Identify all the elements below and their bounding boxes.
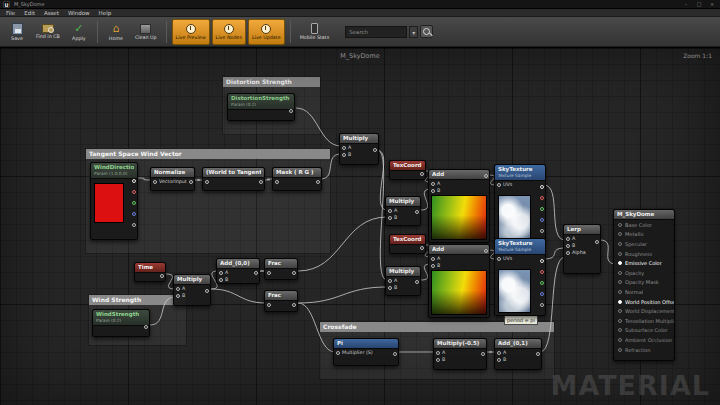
pin-b[interactable] xyxy=(132,212,136,216)
pin-output[interactable] xyxy=(160,274,164,278)
node-add-0-0[interactable]: Add_(0,0)AB xyxy=(216,258,260,284)
pin-output[interactable] xyxy=(189,180,193,184)
node-distortionstrength[interactable]: DistortionStrengthParam (0.2) xyxy=(227,93,295,121)
menu-item-edit[interactable]: Edit xyxy=(24,9,35,17)
pin-output[interactable] xyxy=(316,180,320,184)
pin-opacity[interactable] xyxy=(618,271,622,275)
node-pi[interactable]: PiMultiplier (S) xyxy=(333,338,399,366)
node-add[interactable]: AddAB xyxy=(428,169,490,243)
pin-g[interactable] xyxy=(132,201,136,205)
pin-specular[interactable] xyxy=(618,242,622,246)
toolbar-button-live-preview[interactable]: Live Preview xyxy=(172,19,210,45)
node-skytexture[interactable]: SkyTextureTexture SampleUVs xyxy=(494,164,546,242)
chevron-down-icon[interactable]: ▾ xyxy=(409,26,418,38)
node-world-to-tangent[interactable]: (World to Tangent) xyxy=(202,167,265,191)
pin-opacity-mask[interactable] xyxy=(618,280,622,284)
pin-a[interactable] xyxy=(540,229,544,233)
toolbar-button-home[interactable]: Home xyxy=(103,19,129,45)
menu-item-window[interactable]: Window xyxy=(68,9,90,17)
pin-b[interactable] xyxy=(431,264,435,268)
pin-a[interactable] xyxy=(431,257,435,261)
pin-subsurface-color[interactable] xyxy=(618,328,622,332)
pin-output[interactable] xyxy=(373,148,377,152)
pin-vectorinput[interactable] xyxy=(153,180,157,184)
pin-world-displacement[interactable] xyxy=(618,309,622,313)
pin-r[interactable] xyxy=(540,270,544,274)
node-frac[interactable]: Frac xyxy=(264,290,298,312)
menu-item-file[interactable]: File xyxy=(6,9,15,17)
pin-r[interactable] xyxy=(540,196,544,200)
node-mask-r-g[interactable]: Mask ( R G ) xyxy=(272,167,322,191)
pin-output[interactable] xyxy=(292,303,296,307)
toolbar-button-live-update[interactable]: Live Update xyxy=(248,19,285,45)
pin-a[interactable] xyxy=(132,223,136,227)
pin-output[interactable] xyxy=(481,352,485,356)
pin-output[interactable] xyxy=(205,289,209,293)
search-icon[interactable] xyxy=(420,25,433,38)
pin-a[interactable] xyxy=(566,237,570,241)
toolbar-button-save[interactable]: Save xyxy=(4,19,30,45)
pin-roughness[interactable] xyxy=(618,252,622,256)
node-texcoord[interactable]: TexCoord xyxy=(389,234,426,254)
menu-item-help[interactable]: Help xyxy=(99,9,112,17)
pin-g[interactable] xyxy=(540,281,544,285)
node-multiply[interactable]: MultiplyAB xyxy=(385,196,421,226)
search-input[interactable] xyxy=(345,26,407,38)
node-normalize[interactable]: NormalizeVectorInput xyxy=(150,167,195,191)
pin-base-color[interactable] xyxy=(618,223,622,227)
pin-a[interactable] xyxy=(431,182,435,186)
pin-b[interactable] xyxy=(540,218,544,222)
pin-metallic[interactable] xyxy=(618,232,622,236)
pin-b[interactable] xyxy=(342,153,346,157)
pin-uvs[interactable] xyxy=(497,257,501,261)
pin-output[interactable] xyxy=(420,172,424,176)
color-swatch[interactable] xyxy=(94,183,124,223)
pin-b[interactable] xyxy=(388,216,392,220)
pin-rgb[interactable] xyxy=(132,179,136,183)
pin-a[interactable] xyxy=(497,351,501,355)
node-m-skydome[interactable]: M_SkyDomeBase ColorMetallicSpecularRough… xyxy=(613,209,675,361)
pin-output[interactable] xyxy=(415,280,419,284)
node-skytexture[interactable]: SkyTextureTexture SampleUVs xyxy=(494,238,546,316)
node-winddirection[interactable]: WindDirectionParam (1,0,0,0) xyxy=(90,162,138,240)
toolbar-button-find-in-cb[interactable]: Find in CB xyxy=(32,19,64,45)
pin-output[interactable] xyxy=(415,210,419,214)
pin-g[interactable] xyxy=(540,207,544,211)
pin-output[interactable] xyxy=(259,180,263,184)
pin-output[interactable] xyxy=(484,249,488,253)
node-add-0-1[interactable]: Add_(0,1)AB xyxy=(494,338,542,370)
pin-input[interactable] xyxy=(267,271,271,275)
pin-a[interactable] xyxy=(540,303,544,307)
pin-b[interactable] xyxy=(566,244,570,248)
pin-a[interactable] xyxy=(388,279,392,283)
pin-rgb[interactable] xyxy=(540,185,544,189)
pin-output[interactable] xyxy=(420,246,424,250)
pin-uvs[interactable] xyxy=(497,183,501,187)
pin-b[interactable] xyxy=(540,292,544,296)
pin-input[interactable] xyxy=(205,180,209,184)
node-lerp[interactable]: LerpABAlpha xyxy=(563,224,601,274)
minimize-button[interactable]: – xyxy=(681,1,691,7)
toolbar-button-mobile-stats[interactable]: Mobile Stats xyxy=(296,19,334,45)
node-time[interactable]: Time xyxy=(134,262,166,282)
pin-output[interactable] xyxy=(484,174,488,178)
pin-a[interactable] xyxy=(436,351,440,355)
pin-r[interactable] xyxy=(132,190,136,194)
pin-ambient-occlusion[interactable] xyxy=(618,338,622,342)
pin-normal[interactable] xyxy=(618,290,622,294)
node-texcoord[interactable]: TexCoord xyxy=(389,160,426,180)
pin-b[interactable] xyxy=(176,294,180,298)
pin-output[interactable] xyxy=(595,240,599,244)
pin-refraction[interactable] xyxy=(618,348,622,352)
maximize-button[interactable]: □ xyxy=(694,1,704,7)
pin-output[interactable] xyxy=(144,325,148,329)
pin-b[interactable] xyxy=(431,189,435,193)
toolbar-button-live-nodes[interactable]: Live Nodes xyxy=(212,19,246,45)
node-multiply[interactable]: MultiplyAB xyxy=(173,274,211,306)
menu-item-asset[interactable]: Asset xyxy=(44,9,59,17)
pin-output[interactable] xyxy=(289,109,293,113)
pin-output[interactable] xyxy=(393,352,397,356)
pin-emissive-color[interactable] xyxy=(618,261,622,265)
node-multiply-0-5[interactable]: Multiply(-0.5)AB xyxy=(433,338,487,370)
pin-tessellation-multiplier[interactable] xyxy=(618,319,622,323)
